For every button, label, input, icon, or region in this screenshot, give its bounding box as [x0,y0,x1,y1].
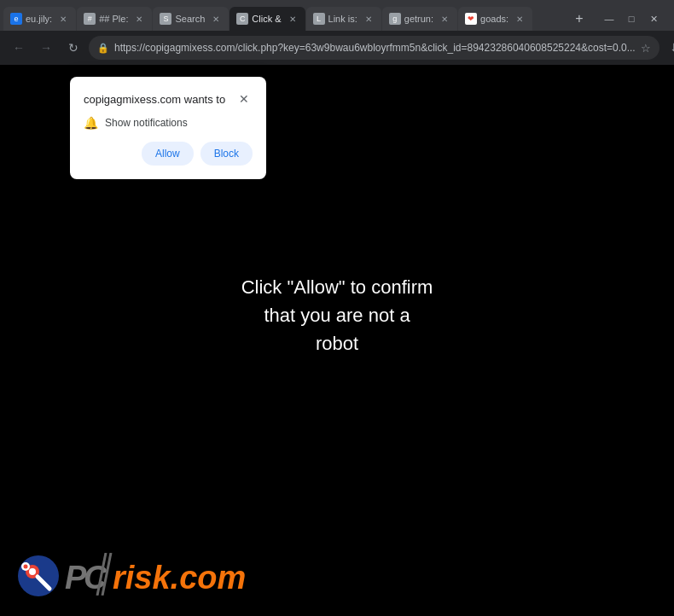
forward-button[interactable]: → [34,36,58,60]
tab-favicon-7: ❤ [465,13,477,25]
url-text: https://copigagmixess.com/click.php?key=… [114,42,636,54]
tab-bar: e eu.jily: ✕ # ## Ple: ✕ S Search ✕ C Cl… [0,0,674,31]
tab-search[interactable]: S Search ✕ [153,7,229,31]
popup-buttons: Allow Block [84,142,253,166]
tab-favicon-1: e [10,13,22,25]
page-main-text: Click "Allow" to confirmthat you are not… [241,273,433,357]
bookmark-star-icon[interactable]: ☆ [641,42,651,55]
svg-text:risk.com: risk.com [113,560,246,596]
tab-close-5[interactable]: ✕ [363,13,375,25]
tab-favicon-4: C [236,13,248,25]
window-close-button[interactable]: ✕ [643,9,664,29]
address-bar[interactable]: 🔒 https://copigagmixess.com/click.php?ke… [89,36,659,60]
tab-favicon-6: g [389,13,401,25]
back-button[interactable]: ← [7,36,31,60]
tab-close-1[interactable]: ✕ [57,13,69,25]
tab-close-3[interactable]: ✕ [210,13,222,25]
window-controls: — □ ✕ [592,7,671,31]
tab-label-2: ## Ple: [99,14,128,24]
lock-icon: 🔒 [97,43,109,54]
tab-label-1: eu.jily: [26,14,52,24]
tab-close-2[interactable]: ✕ [133,13,145,25]
tab-label-7: goads: [480,14,508,24]
maximize-button[interactable]: □ [621,9,642,29]
popup-close-button[interactable]: ✕ [235,90,253,108]
tab-close-4[interactable]: ✕ [287,13,299,25]
allow-button[interactable]: Allow [142,142,194,166]
tab-favicon-5: L [313,13,325,25]
bell-icon: 🔔 [84,116,98,130]
tab-ple[interactable]: # ## Ple: ✕ [77,7,152,31]
page-content: copigagmixess.com wants to ✕ 🔔 Show noti… [0,65,674,616]
notification-label: Show notifications [105,117,188,129]
tab-close-7[interactable]: ✕ [514,13,526,25]
tab-label-5: Link is: [328,14,357,24]
notification-popup: copigagmixess.com wants to ✕ 🔔 Show noti… [70,77,266,179]
svg-point-2 [29,568,36,575]
reload-button[interactable]: ↻ [61,36,85,60]
download-button[interactable]: ⬇ [663,36,674,60]
popup-title: copigagmixess.com wants to [84,93,225,106]
browser-frame: e eu.jily: ✕ # ## Ple: ✕ S Search ✕ C Cl… [0,0,674,616]
popup-notification-row: 🔔 Show notifications [84,116,253,130]
tab-click-active[interactable]: C Click & ✕ [230,7,305,31]
browser-toolbar: ← → ↻ 🔒 https://copigagmixess.com/click.… [0,31,674,65]
tab-close-6[interactable]: ✕ [439,13,450,25]
watermark-text: P C risk.com [65,553,321,599]
tab-eu-jily[interactable]: e eu.jily: ✕ [3,7,76,31]
tab-favicon-2: # [84,13,96,25]
toolbar-right: ⬇ 👤 ⋮ [663,36,674,60]
popup-header: copigagmixess.com wants to ✕ [84,90,253,108]
block-button[interactable]: Block [200,142,253,166]
tab-label-4: Click & [252,14,281,24]
watermark: P C risk.com [17,553,321,599]
tab-link[interactable]: L Link is: ✕ [306,7,381,31]
minimize-button[interactable]: — [599,9,619,29]
tab-label-6: getrun: [404,14,433,24]
svg-point-5 [24,565,28,569]
pcrisk-logo-icon [17,555,60,597]
tab-favicon-3: S [160,13,171,25]
main-text-content: Click "Allow" to confirmthat you are not… [241,276,433,354]
tab-getrun[interactable]: g getrun: ✕ [382,7,457,31]
pcrisk-text-logo: P C risk.com [65,553,321,596]
new-tab-button[interactable]: + [567,7,591,31]
tab-label-3: Search [175,14,205,24]
tab-goads[interactable]: ❤ goads: ✕ [458,7,532,31]
